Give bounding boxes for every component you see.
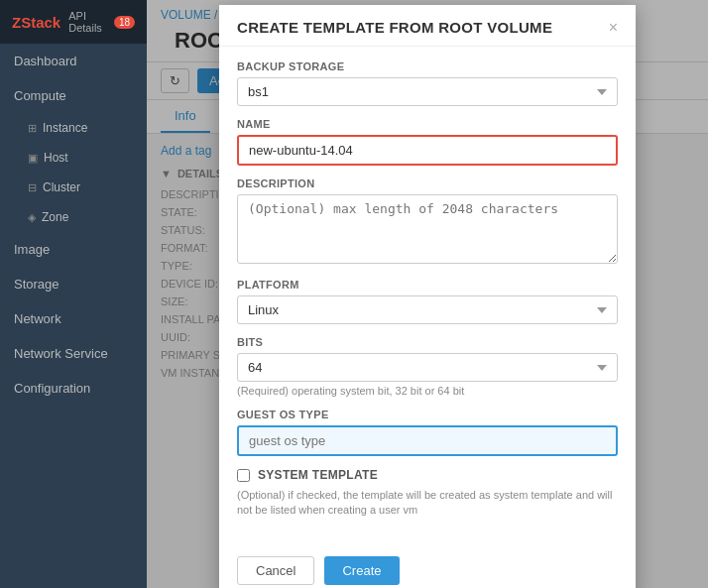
instance-icon: ⊞ xyxy=(28,122,37,135)
modal-body: BACKUP STORAGE bs1 NAME DESCRIPTION xyxy=(219,47,636,546)
cluster-icon: ⊟ xyxy=(28,181,37,194)
name-input[interactable] xyxy=(239,137,616,164)
modal-footer: Cancel Create xyxy=(219,546,636,588)
name-group: NAME xyxy=(237,118,618,166)
backup-storage-label: BACKUP STORAGE xyxy=(237,60,618,72)
sidebar-item-network-service[interactable]: Network Service xyxy=(0,336,147,371)
host-icon: ▣ xyxy=(28,152,38,165)
modal-overlay: CREATE TEMPLATE FROM ROOT VOLUME × BACKU… xyxy=(147,0,708,588)
sidebar-item-zone[interactable]: ◈ Zone xyxy=(0,202,147,232)
bits-group: BITS 32 64 (Required) operating system b… xyxy=(237,336,618,397)
guest-os-type-label: GUEST OS TYPE xyxy=(237,409,618,420)
main-content: VOLUME / ROO ROOT- ↻ Action ▾ Info Snaps… xyxy=(147,0,708,588)
sidebar-item-compute[interactable]: Compute xyxy=(0,78,147,113)
zone-icon: ◈ xyxy=(28,211,36,224)
name-field-wrapper xyxy=(237,135,618,166)
system-template-row: SYSTEM TEMPLATE xyxy=(237,468,618,482)
name-label: NAME xyxy=(237,118,618,130)
bits-hint: (Required) operating system bit, 32 bit … xyxy=(237,385,618,397)
system-template-label: SYSTEM TEMPLATE xyxy=(258,468,378,482)
sidebar-item-storage[interactable]: Storage xyxy=(0,267,147,301)
api-badge: 18 xyxy=(114,16,135,29)
system-template-hint: (Optional) if checked, the template will… xyxy=(237,488,618,519)
guest-os-type-group: GUEST OS TYPE xyxy=(237,409,618,456)
sidebar-item-configuration[interactable]: Configuration xyxy=(0,371,147,406)
logo: ZStack xyxy=(12,14,60,31)
backup-storage-select[interactable]: bs1 xyxy=(237,77,618,106)
description-label: DESCRIPTION xyxy=(237,177,618,189)
sidebar-item-instance[interactable]: ⊞ Instance xyxy=(0,113,147,143)
sidebar-header: ZStack API Details 18 xyxy=(0,0,147,44)
description-textarea[interactable] xyxy=(237,194,618,264)
sidebar-item-cluster[interactable]: ⊟ Cluster xyxy=(0,173,147,202)
platform-select[interactable]: Linux Windows Other xyxy=(237,295,618,324)
bits-select[interactable]: 32 64 xyxy=(237,353,618,382)
platform-label: PLATFORM xyxy=(237,279,618,291)
sidebar-item-host[interactable]: ▣ Host xyxy=(0,143,147,173)
backup-storage-group: BACKUP STORAGE bs1 xyxy=(237,60,618,106)
modal-close-button[interactable]: × xyxy=(609,20,618,36)
cancel-button[interactable]: Cancel xyxy=(237,556,314,585)
description-group: DESCRIPTION xyxy=(237,177,618,267)
sidebar-item-dashboard[interactable]: Dashboard xyxy=(0,44,147,78)
sidebar-item-network[interactable]: Network xyxy=(0,301,147,336)
create-button[interactable]: Create xyxy=(324,556,399,585)
platform-group: PLATFORM Linux Windows Other xyxy=(237,279,618,324)
bits-label: BITS xyxy=(237,336,618,348)
system-template-checkbox[interactable] xyxy=(237,469,250,482)
modal-header: CREATE TEMPLATE FROM ROOT VOLUME × xyxy=(219,5,636,47)
sidebar: ZStack API Details 18 Dashboard Compute … xyxy=(0,0,147,588)
modal-title: CREATE TEMPLATE FROM ROOT VOLUME xyxy=(237,19,552,36)
sidebar-item-image[interactable]: Image xyxy=(0,232,147,267)
api-details-link[interactable]: API Details 18 xyxy=(68,10,135,34)
guest-os-type-input[interactable] xyxy=(237,425,618,456)
modal-dialog: CREATE TEMPLATE FROM ROOT VOLUME × BACKU… xyxy=(219,5,636,588)
